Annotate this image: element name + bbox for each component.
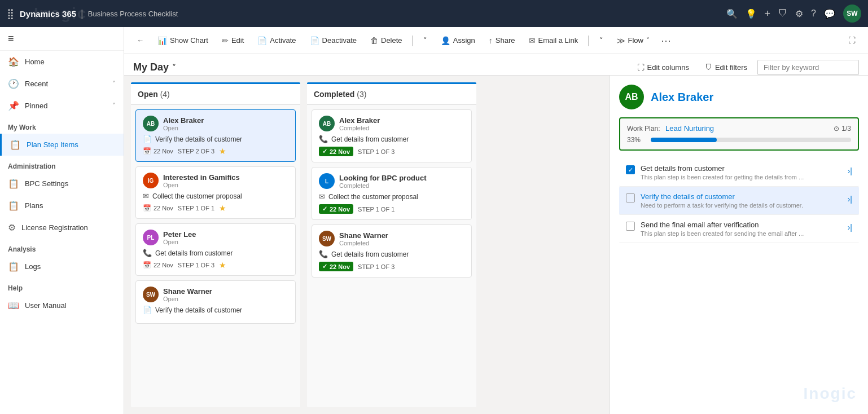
sidebar-item-logs[interactable]: 📋 Logs: [0, 256, 124, 278]
progress-row: 33%: [627, 136, 851, 144]
view-title-text: My Day: [133, 61, 169, 73]
edit-filters-icon: ⛉: [705, 63, 712, 72]
work-plan-label-area: Work Plan: Lead Nurturing: [627, 124, 714, 133]
step-desc-3: This plan step is been created for sendi…: [641, 230, 842, 237]
sidebar-item-label: Plan Step Items: [27, 140, 116, 149]
card-status: Completed: [339, 240, 388, 246]
nav-separator: |: [81, 8, 84, 20]
filter-keyword-input[interactable]: [757, 60, 859, 75]
completed-col-count: (3): [357, 90, 366, 99]
flow-label: Flow: [628, 36, 643, 45]
view-actions: ⛶ Edit columns ⛉ Edit filters: [632, 60, 860, 75]
avatar: SW: [319, 231, 335, 246]
back-button[interactable]: ←: [131, 33, 150, 48]
deactivate-button[interactable]: 📄 Deactivate: [304, 33, 362, 49]
card-task: ✉ Collect the customer proposal: [143, 192, 288, 200]
edit-button[interactable]: ✏ Edit: [216, 33, 249, 49]
kanban-card-sw-open[interactable]: SW Shane Warner Open 📄 Verify the detail…: [135, 280, 296, 324]
show-chart-label: Show Chart: [170, 36, 208, 45]
activate-button[interactable]: 📄 Activate: [252, 33, 301, 49]
view-title[interactable]: My Day ˅: [133, 61, 176, 73]
star-icon[interactable]: ★: [219, 204, 226, 213]
delete-button[interactable]: 🗑 Delete: [365, 33, 408, 49]
sidebar-item-label: Recent: [25, 80, 107, 88]
work-plan-name[interactable]: Lead Nurturing: [665, 124, 714, 133]
hamburger-button[interactable]: ≡: [0, 27, 124, 51]
sidebar-item-label: User Manual: [25, 301, 116, 310]
brand-area: Dynamics 365 | Business Process Checklis…: [20, 8, 178, 20]
kanban-card-ab-open[interactable]: AB Alex Braker Open 📄 Verify the details…: [135, 109, 296, 162]
star-icon[interactable]: ★: [219, 147, 226, 156]
sidebar-item-plans[interactable]: 📋 Plans: [0, 195, 124, 217]
kanban-col-completed-body: AB Alex Braker Completed 📞 Get details f…: [307, 105, 476, 407]
more-button[interactable]: ⋯: [657, 31, 674, 50]
waffle-icon[interactable]: ⣿: [7, 7, 14, 20]
step-item-2[interactable]: Verify the details of customer Need to p…: [619, 187, 859, 215]
card-name: Alex Braker: [163, 116, 204, 125]
share-button[interactable]: ↑ Share: [483, 33, 521, 49]
sidebar-item-home[interactable]: 🏠 Home: [0, 51, 124, 73]
flow-button[interactable]: ≫ Flow ˅: [611, 33, 655, 49]
sidebar-item-recent[interactable]: 🕐 Recent ˅: [0, 73, 124, 95]
fit-to-page-button[interactable]: ⛶: [843, 33, 861, 48]
card-status: Completed: [339, 125, 380, 131]
share-label: Share: [496, 36, 515, 45]
step-arrow-icon-2[interactable]: ›|: [848, 195, 852, 204]
plan-icon: 📋: [10, 139, 21, 150]
kanban-columns: Open (4) AB Alex Braker Open: [124, 76, 610, 414]
kanban-card-l-completed[interactable]: L Looking for BPC product Completed ✉ Co…: [312, 167, 472, 220]
chevron-more-button[interactable]: ˅: [418, 33, 433, 48]
app-name: Dynamics 365: [20, 9, 76, 19]
task-icon: 📞: [319, 135, 328, 143]
more-chevron-button[interactable]: ˅: [594, 33, 609, 48]
edit-filters-button[interactable]: ⛉ Edit filters: [699, 60, 753, 74]
sidebar-item-plan-step-items[interactable]: 📋 Plan Step Items: [0, 134, 124, 156]
user-avatar[interactable]: SW: [843, 5, 861, 23]
chat-icon[interactable]: 💬: [824, 8, 835, 19]
settings-icon[interactable]: ⚙: [795, 8, 803, 19]
fit-icon: ⛶: [848, 36, 856, 45]
sidebar: ≡ 🏠 Home 🕐 Recent ˅ 📌 Pinned ˅ My Work 📋…: [0, 27, 124, 414]
sidebar-item-bpc-settings[interactable]: 📋 BPC Settings: [0, 173, 124, 195]
search-icon[interactable]: 🔍: [726, 8, 738, 19]
card-name: Shane Warner: [339, 231, 388, 240]
edit-label: Edit: [231, 36, 244, 45]
email-link-button[interactable]: ✉ Email a Link: [523, 33, 584, 49]
step-checkbox-2[interactable]: [626, 193, 635, 202]
section-header-analysis: Analysis: [0, 239, 124, 256]
delete-icon: 🗑: [370, 36, 378, 45]
step-item-1[interactable]: ✓ Get details from customer This plan st…: [619, 158, 859, 187]
step-title-2[interactable]: Verify the details of customer: [641, 192, 842, 201]
edit-columns-button[interactable]: ⛶ Edit columns: [632, 60, 695, 74]
completed-date: 22 Nov: [330, 206, 350, 213]
step-checkbox-1[interactable]: ✓: [626, 165, 635, 174]
task-text: Verify the details of customer: [155, 135, 242, 143]
sidebar-item-pinned[interactable]: 📌 Pinned ˅: [0, 95, 124, 117]
work-plan-count-text: 1/3: [841, 125, 851, 133]
lightbulb-icon[interactable]: 💡: [746, 8, 757, 19]
logs-icon: 📋: [8, 261, 19, 272]
kanban-card-sw-completed[interactable]: SW Shane Warner Completed 📞 Get details …: [312, 224, 472, 278]
detail-name[interactable]: Alex Braker: [651, 91, 713, 104]
plus-icon[interactable]: +: [765, 8, 771, 20]
kanban-card-pl-open[interactable]: PL Peter Lee Open 📞 Get details from cus…: [135, 223, 296, 276]
star-icon[interactable]: ★: [219, 261, 226, 270]
progress-bar-fill: [651, 138, 717, 142]
card-step: STEP 1 OF 3: [358, 263, 394, 270]
card-status: Open: [163, 239, 196, 245]
sidebar-item-user-manual[interactable]: 📖 User Manual: [0, 294, 124, 316]
assign-button[interactable]: 👤 Assign: [435, 33, 481, 49]
pin-icon: 📌: [8, 100, 19, 111]
edit-filters-label: Edit filters: [715, 63, 747, 72]
step-arrow-icon-3[interactable]: ›|: [848, 223, 852, 232]
help-icon[interactable]: ?: [811, 8, 816, 19]
kanban-card-ig-open[interactable]: IG Interested in Gamifics Open ✉ Collect…: [135, 166, 296, 219]
step-item-3[interactable]: Send the final email after verification …: [619, 215, 859, 243]
show-chart-button[interactable]: 📊 Show Chart: [152, 33, 214, 49]
sidebar-item-license-registration[interactable]: ⚙ License Registration: [0, 217, 124, 239]
step-checkbox-3[interactable]: [626, 222, 635, 231]
kanban-card-ab-completed[interactable]: AB Alex Braker Completed 📞 Get details f…: [312, 109, 472, 162]
step-arrow-icon-1[interactable]: ›|: [848, 166, 852, 175]
assign-icon: 👤: [441, 36, 450, 45]
filter-icon[interactable]: ⛉: [778, 8, 787, 19]
